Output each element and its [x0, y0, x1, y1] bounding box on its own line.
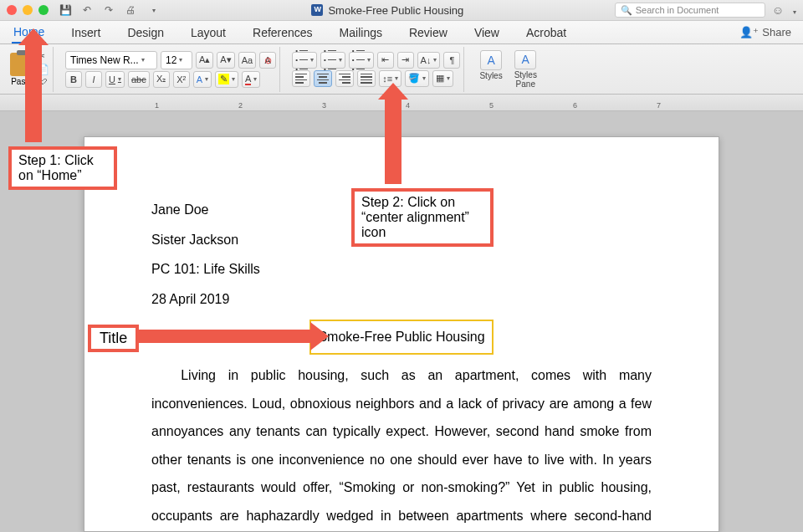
share-label: Share — [762, 26, 791, 38]
borders-icon[interactable]: ▦ — [432, 70, 453, 87]
search-input[interactable]: 🔍 Search in Document — [615, 3, 765, 18]
document-body: Living in public housing, such as an apa… — [151, 361, 652, 532]
save-icon[interactable]: 💾 — [57, 3, 74, 18]
title-highlight: Smoke-Free Public Housing — [309, 320, 493, 355]
ruler-tick: 4 — [406, 101, 410, 110]
document-area: Jane Doe Sister Jackson PC 101: Life Ski… — [0, 111, 803, 532]
text-effects-icon[interactable]: A — [193, 71, 212, 88]
font-size-select[interactable]: 12 — [161, 51, 192, 69]
multilevel-list-icon[interactable] — [349, 52, 374, 69]
paragraph-group: ⇤ ⇥ A↓ ¶ ↕≡ 🪣 ▦ — [289, 47, 464, 92]
tab-design[interactable]: Design — [125, 23, 166, 43]
tab-references[interactable]: References — [251, 23, 315, 43]
ruler-tick: 1 — [155, 101, 159, 110]
tab-acrobat[interactable]: Acrobat — [524, 23, 568, 43]
styles-group: A Styles A Styles Pane — [473, 47, 543, 92]
increase-indent-icon[interactable]: ⇥ — [397, 52, 414, 69]
clear-formatting-icon[interactable]: A⊘ — [259, 52, 276, 69]
search-placeholder: Search in Document — [636, 5, 719, 15]
annotation-arrow-step2 — [385, 96, 402, 184]
align-right-button[interactable] — [335, 70, 354, 87]
share-button[interactable]: 👤⁺Share — [739, 26, 791, 38]
change-case-icon[interactable]: Aa — [238, 52, 256, 69]
bold-button[interactable]: B — [65, 71, 82, 88]
minimize-button[interactable] — [23, 5, 33, 15]
strikethrough-button[interactable]: abc — [128, 71, 150, 88]
subscript-button[interactable]: X₂ — [153, 71, 170, 88]
ribbon-tabs: Home Insert Design Layout References Mai… — [0, 21, 803, 44]
align-left-button[interactable] — [292, 70, 310, 87]
undo-icon[interactable]: ↶ — [79, 3, 95, 18]
close-button[interactable] — [7, 5, 17, 15]
titlebar: 💾 ↶ ↷ 🖨 Smoke-Free Public Housing 🔍 Sear… — [0, 0, 803, 21]
show-marks-icon[interactable]: ¶ — [443, 52, 460, 69]
ruler-tick: 5 — [489, 101, 494, 110]
feedback-dropdown[interactable] — [790, 3, 796, 17]
styles-pane-button[interactable]: A Styles Pane — [511, 49, 540, 90]
document-title: Smoke-Free Public Housing — [328, 4, 463, 17]
tab-layout[interactable]: Layout — [189, 23, 228, 43]
shrink-font-icon[interactable]: A▾ — [217, 52, 234, 69]
font-group: Times New R... 12 A▴ A▾ Aa A⊘ B I U abc … — [62, 47, 280, 92]
styles-button[interactable]: A Styles — [476, 49, 505, 90]
share-icon: 👤⁺ — [739, 26, 759, 38]
tab-mailings[interactable]: Mailings — [338, 23, 384, 43]
grow-font-icon[interactable]: A▴ — [196, 52, 213, 69]
italic-button[interactable]: I — [85, 71, 102, 88]
underline-button[interactable]: U — [105, 71, 125, 88]
styles-pane-label: Styles Pane — [514, 70, 537, 89]
feedback-icon[interactable]: ☺ — [772, 3, 784, 17]
print-icon[interactable]: 🖨 — [122, 3, 139, 18]
annotation-step1: Step 1: Click on “Home” — [8, 146, 117, 190]
redo-icon[interactable]: ↷ — [100, 3, 117, 18]
highlight-icon[interactable]: ✎ — [215, 71, 238, 88]
zoom-button[interactable] — [38, 5, 49, 15]
bullets-icon[interactable] — [292, 52, 317, 69]
shading-icon[interactable]: 🪣 — [405, 70, 429, 87]
annotation-arrow-title — [138, 330, 314, 343]
search-icon: 🔍 — [621, 5, 632, 16]
quick-access-toolbar: 💾 ↶ ↷ 🖨 — [57, 3, 161, 18]
annotation-step2: Step 2: Click on “center alignment” icon — [351, 188, 494, 247]
font-name-select[interactable]: Times New R... — [65, 51, 157, 69]
styles-label: Styles — [479, 71, 502, 80]
numbering-icon[interactable] — [320, 52, 345, 69]
header-line-course: PC 101: Life Skills — [151, 255, 652, 284]
ruler-tick: 3 — [322, 101, 326, 110]
ruler-tick: 2 — [238, 101, 243, 110]
annotation-arrow-step1 — [25, 42, 42, 142]
tab-review[interactable]: Review — [407, 23, 449, 43]
superscript-button[interactable]: X² — [173, 71, 190, 88]
annotation-title-label: Title — [88, 325, 139, 352]
decrease-indent-icon[interactable]: ⇤ — [377, 52, 394, 69]
styles-pane-icon: A — [514, 50, 536, 69]
word-document-icon — [311, 4, 323, 16]
header-line-date: 28 April 2019 — [151, 285, 652, 314]
qat-dropdown[interactable] — [144, 3, 161, 18]
ruler-tick: 6 — [573, 101, 577, 110]
align-justify-button[interactable] — [357, 70, 376, 87]
align-center-button[interactable] — [314, 70, 332, 87]
styles-icon: A — [480, 50, 502, 70]
tab-view[interactable]: View — [473, 23, 501, 43]
sort-icon[interactable]: A↓ — [417, 52, 441, 69]
tab-insert[interactable]: Insert — [69, 23, 102, 43]
font-color-icon[interactable]: A — [242, 71, 260, 88]
window-controls — [7, 5, 49, 15]
ruler-tick: 7 — [657, 101, 661, 110]
